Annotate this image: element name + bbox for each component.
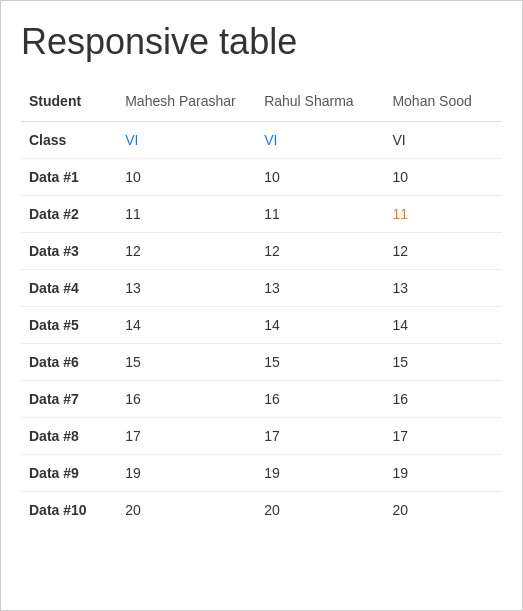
page-wrapper: Responsive table Student Mahesh Parashar…	[0, 0, 523, 611]
row-label: Data #10	[21, 492, 117, 529]
table-row: Data #2111111	[21, 196, 502, 233]
row-label: Data #4	[21, 270, 117, 307]
header-mohan: Mohan Sood	[384, 83, 502, 122]
row-label: Data #9	[21, 455, 117, 492]
table-body: ClassVIVIVIData #1101010Data #2111111Dat…	[21, 122, 502, 529]
cell-mahesh: 19	[117, 455, 256, 492]
cell-rahul: 11	[256, 196, 384, 233]
cell-mohan: 12	[384, 233, 502, 270]
cell-mahesh: 14	[117, 307, 256, 344]
cell-rahul: 15	[256, 344, 384, 381]
cell-mohan: 17	[384, 418, 502, 455]
table-row: Data #8171717	[21, 418, 502, 455]
row-label: Data #6	[21, 344, 117, 381]
cell-mahesh: 16	[117, 381, 256, 418]
cell-rahul: 19	[256, 455, 384, 492]
cell-mahesh: 13	[117, 270, 256, 307]
row-label: Data #1	[21, 159, 117, 196]
row-label: Class	[21, 122, 117, 159]
cell-mohan: 10	[384, 159, 502, 196]
cell-mohan: 20	[384, 492, 502, 529]
table-row: Data #6151515	[21, 344, 502, 381]
cell-mohan: VI	[384, 122, 502, 159]
table-row: Data #3121212	[21, 233, 502, 270]
table-row: Data #5141414	[21, 307, 502, 344]
row-label: Data #3	[21, 233, 117, 270]
cell-mahesh: 12	[117, 233, 256, 270]
cell-mohan: 16	[384, 381, 502, 418]
cell-mohan: 14	[384, 307, 502, 344]
cell-rahul: 14	[256, 307, 384, 344]
cell-rahul: 17	[256, 418, 384, 455]
row-label: Data #2	[21, 196, 117, 233]
cell-mohan: 11	[384, 196, 502, 233]
table-row: Data #1101010	[21, 159, 502, 196]
header-rahul: Rahul Sharma	[256, 83, 384, 122]
header-mahesh: Mahesh Parashar	[117, 83, 256, 122]
cell-rahul: 20	[256, 492, 384, 529]
cell-mohan: 13	[384, 270, 502, 307]
cell-mahesh: 15	[117, 344, 256, 381]
cell-rahul: 10	[256, 159, 384, 196]
cell-mahesh: 17	[117, 418, 256, 455]
page-title: Responsive table	[21, 21, 502, 63]
rahul-class-link[interactable]: VI	[264, 132, 277, 148]
table-header-row: Student Mahesh Parashar Rahul Sharma Moh…	[21, 83, 502, 122]
cell-mohan: 15	[384, 344, 502, 381]
cell-mahesh: VI	[117, 122, 256, 159]
table-row: ClassVIVIVI	[21, 122, 502, 159]
header-student: Student	[21, 83, 117, 122]
mahesh-class-link[interactable]: VI	[125, 132, 138, 148]
responsive-table: Student Mahesh Parashar Rahul Sharma Moh…	[21, 83, 502, 528]
row-label: Data #7	[21, 381, 117, 418]
cell-mahesh: 11	[117, 196, 256, 233]
cell-rahul: VI	[256, 122, 384, 159]
row-label: Data #5	[21, 307, 117, 344]
cell-mohan: 19	[384, 455, 502, 492]
table-row: Data #9191919	[21, 455, 502, 492]
cell-rahul: 12	[256, 233, 384, 270]
table-row: Data #10202020	[21, 492, 502, 529]
cell-mahesh: 10	[117, 159, 256, 196]
mohan-value-orange: 11	[392, 206, 408, 222]
cell-rahul: 16	[256, 381, 384, 418]
table-row: Data #7161616	[21, 381, 502, 418]
cell-rahul: 13	[256, 270, 384, 307]
table-row: Data #4131313	[21, 270, 502, 307]
row-label: Data #8	[21, 418, 117, 455]
cell-mahesh: 20	[117, 492, 256, 529]
